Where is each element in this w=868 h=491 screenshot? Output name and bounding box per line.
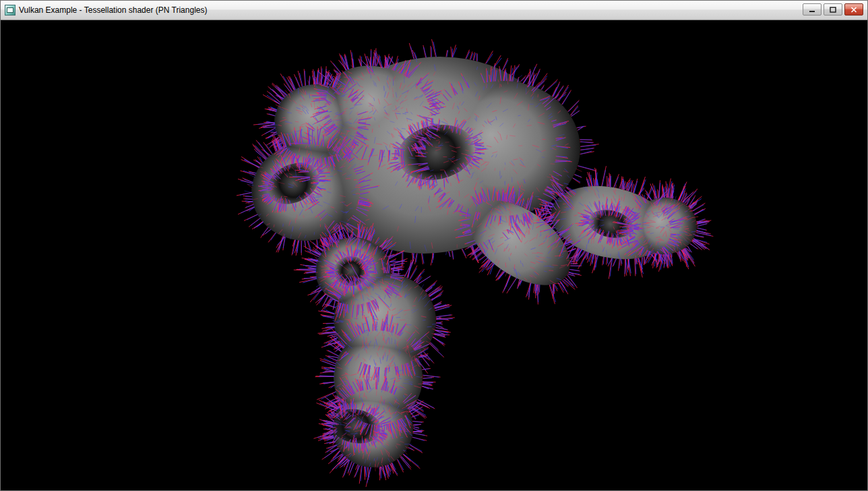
app-icon[interactable] <box>5 5 16 16</box>
window-title: Vulkan Example - Tessellation shader (PN… <box>19 5 207 15</box>
minimize-icon <box>809 7 815 13</box>
title-bar[interactable]: Vulkan Example - Tessellation shader (PN… <box>1 1 867 20</box>
maximize-button[interactable] <box>824 3 842 16</box>
maximize-icon <box>830 7 836 13</box>
caption-buttons <box>801 3 863 16</box>
close-icon <box>850 7 857 13</box>
render-viewport <box>1 20 867 490</box>
minimize-button[interactable] <box>803 3 822 16</box>
vulkan-render-canvas[interactable] <box>1 20 867 490</box>
close-button[interactable] <box>844 3 863 16</box>
app-window: Vulkan Example - Tessellation shader (PN… <box>0 0 868 491</box>
